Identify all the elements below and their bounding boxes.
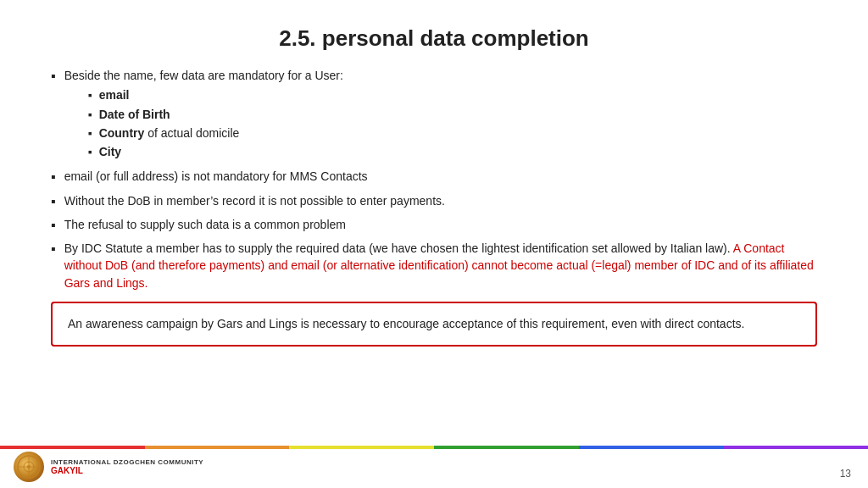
logo-svg [17, 455, 41, 479]
sub-item-dob: Date of Birth [88, 106, 817, 123]
gakyil-label: GAKYIL [51, 466, 203, 475]
sub-dob-text: Date of Birth [99, 106, 817, 123]
bar-purple [723, 446, 868, 449]
bullet-5: By IDC Statute a member has to supply th… [51, 240, 817, 291]
bullet-1: Beside the name, few data are mandatory … [51, 67, 817, 163]
sub-city-text: City [99, 143, 817, 160]
bullet-3: Without the DoB in member’s record it is… [51, 192, 817, 211]
sub-country-text: Country of actual domicile [99, 125, 817, 141]
footer-bar [0, 446, 868, 449]
main-bullet-list: Beside the name, few data are mandatory … [51, 67, 817, 291]
slide-title: 2.5. personal data completion [51, 25, 817, 52]
footer: INTERNATIONAL DZOGCHEN COMMUNITY GAKYIL … [0, 446, 868, 488]
bullet-4: The refusal to supply such data is a com… [51, 216, 817, 235]
bar-red [0, 446, 145, 449]
page-number: 13 [840, 468, 851, 480]
bar-orange [145, 446, 290, 449]
bullet-1-text: Beside the name, few data are mandatory … [64, 67, 817, 163]
bullet-2-text: email (or full address) is not mandatory… [64, 168, 817, 185]
highlight-box-text: An awareness campaign by Gars and Lings … [68, 317, 744, 330]
bullet-2: email (or full address) is not mandatory… [51, 168, 817, 186]
svg-point-4 [27, 465, 31, 469]
bullet-3-text: Without the DoB in member’s record it is… [64, 192, 817, 209]
bullet-5-text: By IDC Statute a member has to supply th… [64, 240, 817, 291]
sub-email-text: email [99, 86, 817, 103]
slide-content: 2.5. personal data completion Beside the… [0, 0, 868, 446]
org-logo [14, 452, 44, 482]
sub-item-country: Country of actual domicile [88, 125, 817, 141]
footer-text: INTERNATIONAL DZOGCHEN COMMUNITY GAKYIL [51, 458, 203, 475]
footer-logo: INTERNATIONAL DZOGCHEN COMMUNITY GAKYIL [14, 452, 203, 482]
org-name: INTERNATIONAL DZOGCHEN COMMUNITY [51, 458, 203, 466]
bar-yellow [289, 446, 434, 449]
highlight-box: An awareness campaign by Gars and Lings … [51, 302, 817, 347]
bar-blue [579, 446, 724, 449]
bullet-4-text: The refusal to supply such data is a com… [64, 216, 817, 233]
sub-list: email Date of Birth Country of actual do… [88, 86, 817, 160]
sub-item-email: email [88, 86, 817, 103]
bar-green [434, 446, 579, 449]
sub-item-city: City [88, 143, 817, 160]
